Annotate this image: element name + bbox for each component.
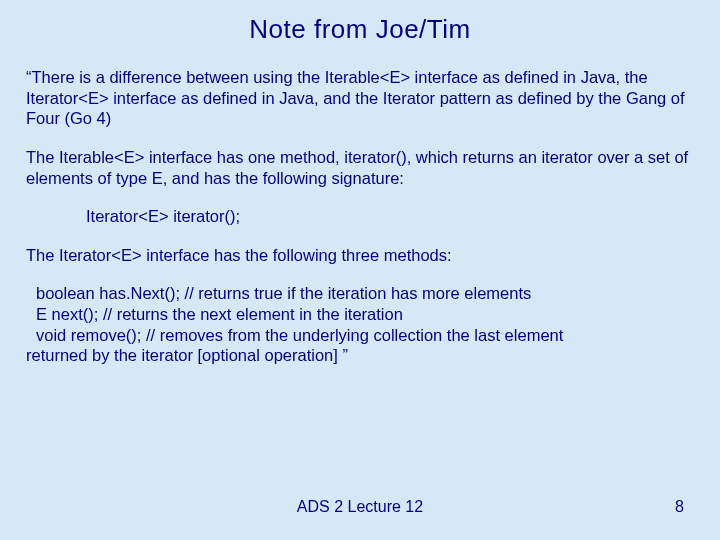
slide-body: “There is a difference between using the… — [26, 67, 694, 366]
method-block: boolean has.Next(); // returns true if t… — [26, 283, 694, 366]
footer-lecture: ADS 2 Lecture 12 — [0, 498, 720, 516]
slide: Note from Joe/Tim “There is a difference… — [0, 0, 720, 540]
method-hasnext: boolean has.Next(); // returns true if t… — [36, 283, 694, 304]
paragraph-iterable: The Iterable<E> interface has one method… — [26, 147, 694, 188]
method-next: E next(); // returns the next element in… — [36, 304, 694, 325]
page-number: 8 — [675, 498, 684, 516]
slide-title: Note from Joe/Tim — [26, 14, 694, 45]
paragraph-iterator: The Iterator<E> interface has the follow… — [26, 245, 694, 266]
code-signature: Iterator<E> iterator(); — [86, 206, 694, 227]
method-remove-cont: returned by the iterator [optional opera… — [26, 345, 694, 366]
method-remove: void remove(); // removes from the under… — [36, 325, 694, 346]
paragraph-intro: “There is a difference between using the… — [26, 67, 694, 129]
